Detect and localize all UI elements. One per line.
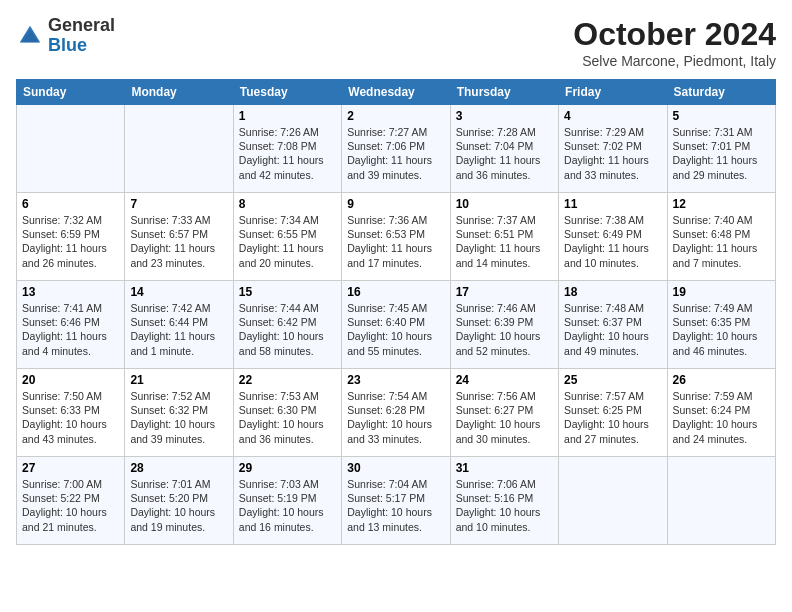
calendar-cell: 14Sunrise: 7:42 AMSunset: 6:44 PMDayligh…: [125, 281, 233, 369]
day-number: 14: [130, 285, 227, 299]
calendar-cell: [667, 457, 775, 545]
day-info: Sunrise: 7:59 AMSunset: 6:24 PMDaylight:…: [673, 389, 770, 446]
day-info: Sunrise: 7:33 AMSunset: 6:57 PMDaylight:…: [130, 213, 227, 270]
day-number: 8: [239, 197, 336, 211]
day-info: Sunrise: 7:57 AMSunset: 6:25 PMDaylight:…: [564, 389, 661, 446]
day-number: 2: [347, 109, 444, 123]
logo: General Blue: [16, 16, 115, 56]
day-info: Sunrise: 7:41 AMSunset: 6:46 PMDaylight:…: [22, 301, 119, 358]
calendar-cell: 8Sunrise: 7:34 AMSunset: 6:55 PMDaylight…: [233, 193, 341, 281]
day-number: 31: [456, 461, 553, 475]
calendar-cell: 13Sunrise: 7:41 AMSunset: 6:46 PMDayligh…: [17, 281, 125, 369]
title-block: October 2024 Selve Marcone, Piedmont, It…: [573, 16, 776, 69]
calendar-table: SundayMondayTuesdayWednesdayThursdayFrid…: [16, 79, 776, 545]
day-number: 4: [564, 109, 661, 123]
day-number: 7: [130, 197, 227, 211]
calendar-cell: 24Sunrise: 7:56 AMSunset: 6:27 PMDayligh…: [450, 369, 558, 457]
day-number: 22: [239, 373, 336, 387]
day-info: Sunrise: 7:03 AMSunset: 5:19 PMDaylight:…: [239, 477, 336, 534]
calendar-week-row: 20Sunrise: 7:50 AMSunset: 6:33 PMDayligh…: [17, 369, 776, 457]
day-number: 16: [347, 285, 444, 299]
day-number: 12: [673, 197, 770, 211]
weekday-header: Monday: [125, 80, 233, 105]
calendar-cell: 11Sunrise: 7:38 AMSunset: 6:49 PMDayligh…: [559, 193, 667, 281]
day-number: 30: [347, 461, 444, 475]
day-info: Sunrise: 7:54 AMSunset: 6:28 PMDaylight:…: [347, 389, 444, 446]
logo-icon: [16, 22, 44, 50]
day-info: Sunrise: 7:42 AMSunset: 6:44 PMDaylight:…: [130, 301, 227, 358]
day-number: 13: [22, 285, 119, 299]
calendar-cell: 6Sunrise: 7:32 AMSunset: 6:59 PMDaylight…: [17, 193, 125, 281]
day-number: 20: [22, 373, 119, 387]
weekday-header: Thursday: [450, 80, 558, 105]
calendar-cell: 12Sunrise: 7:40 AMSunset: 6:48 PMDayligh…: [667, 193, 775, 281]
day-number: 29: [239, 461, 336, 475]
calendar-cell: 27Sunrise: 7:00 AMSunset: 5:22 PMDayligh…: [17, 457, 125, 545]
calendar-cell: 22Sunrise: 7:53 AMSunset: 6:30 PMDayligh…: [233, 369, 341, 457]
day-info: Sunrise: 7:34 AMSunset: 6:55 PMDaylight:…: [239, 213, 336, 270]
day-number: 17: [456, 285, 553, 299]
day-number: 23: [347, 373, 444, 387]
day-info: Sunrise: 7:31 AMSunset: 7:01 PMDaylight:…: [673, 125, 770, 182]
day-number: 26: [673, 373, 770, 387]
weekday-header: Saturday: [667, 80, 775, 105]
day-number: 24: [456, 373, 553, 387]
day-info: Sunrise: 7:56 AMSunset: 6:27 PMDaylight:…: [456, 389, 553, 446]
day-number: 15: [239, 285, 336, 299]
day-number: 9: [347, 197, 444, 211]
day-number: 3: [456, 109, 553, 123]
day-info: Sunrise: 7:26 AMSunset: 7:08 PMDaylight:…: [239, 125, 336, 182]
day-info: Sunrise: 7:36 AMSunset: 6:53 PMDaylight:…: [347, 213, 444, 270]
weekday-header: Tuesday: [233, 80, 341, 105]
day-number: 21: [130, 373, 227, 387]
weekday-header: Friday: [559, 80, 667, 105]
calendar-cell: 26Sunrise: 7:59 AMSunset: 6:24 PMDayligh…: [667, 369, 775, 457]
day-info: Sunrise: 7:40 AMSunset: 6:48 PMDaylight:…: [673, 213, 770, 270]
day-info: Sunrise: 7:04 AMSunset: 5:17 PMDaylight:…: [347, 477, 444, 534]
day-info: Sunrise: 7:46 AMSunset: 6:39 PMDaylight:…: [456, 301, 553, 358]
weekday-row: SundayMondayTuesdayWednesdayThursdayFrid…: [17, 80, 776, 105]
day-number: 25: [564, 373, 661, 387]
day-info: Sunrise: 7:49 AMSunset: 6:35 PMDaylight:…: [673, 301, 770, 358]
calendar-cell: 16Sunrise: 7:45 AMSunset: 6:40 PMDayligh…: [342, 281, 450, 369]
calendar-cell: 5Sunrise: 7:31 AMSunset: 7:01 PMDaylight…: [667, 105, 775, 193]
day-info: Sunrise: 7:28 AMSunset: 7:04 PMDaylight:…: [456, 125, 553, 182]
month-title: October 2024: [573, 16, 776, 53]
day-info: Sunrise: 7:38 AMSunset: 6:49 PMDaylight:…: [564, 213, 661, 270]
day-info: Sunrise: 7:29 AMSunset: 7:02 PMDaylight:…: [564, 125, 661, 182]
calendar-week-row: 27Sunrise: 7:00 AMSunset: 5:22 PMDayligh…: [17, 457, 776, 545]
calendar-cell: 21Sunrise: 7:52 AMSunset: 6:32 PMDayligh…: [125, 369, 233, 457]
calendar-cell: 7Sunrise: 7:33 AMSunset: 6:57 PMDaylight…: [125, 193, 233, 281]
weekday-header: Wednesday: [342, 80, 450, 105]
day-info: Sunrise: 7:00 AMSunset: 5:22 PMDaylight:…: [22, 477, 119, 534]
day-info: Sunrise: 7:44 AMSunset: 6:42 PMDaylight:…: [239, 301, 336, 358]
day-info: Sunrise: 7:06 AMSunset: 5:16 PMDaylight:…: [456, 477, 553, 534]
calendar-cell: 4Sunrise: 7:29 AMSunset: 7:02 PMDaylight…: [559, 105, 667, 193]
calendar-cell: 20Sunrise: 7:50 AMSunset: 6:33 PMDayligh…: [17, 369, 125, 457]
calendar-cell: [125, 105, 233, 193]
calendar-cell: [559, 457, 667, 545]
day-number: 1: [239, 109, 336, 123]
calendar-cell: 10Sunrise: 7:37 AMSunset: 6:51 PMDayligh…: [450, 193, 558, 281]
calendar-cell: 15Sunrise: 7:44 AMSunset: 6:42 PMDayligh…: [233, 281, 341, 369]
calendar-week-row: 1Sunrise: 7:26 AMSunset: 7:08 PMDaylight…: [17, 105, 776, 193]
calendar-cell: 2Sunrise: 7:27 AMSunset: 7:06 PMDaylight…: [342, 105, 450, 193]
calendar-cell: 17Sunrise: 7:46 AMSunset: 6:39 PMDayligh…: [450, 281, 558, 369]
day-info: Sunrise: 7:45 AMSunset: 6:40 PMDaylight:…: [347, 301, 444, 358]
page-header: General Blue October 2024 Selve Marcone,…: [16, 16, 776, 69]
calendar-cell: 30Sunrise: 7:04 AMSunset: 5:17 PMDayligh…: [342, 457, 450, 545]
day-number: 6: [22, 197, 119, 211]
calendar-week-row: 13Sunrise: 7:41 AMSunset: 6:46 PMDayligh…: [17, 281, 776, 369]
day-info: Sunrise: 7:50 AMSunset: 6:33 PMDaylight:…: [22, 389, 119, 446]
day-info: Sunrise: 7:01 AMSunset: 5:20 PMDaylight:…: [130, 477, 227, 534]
location-subtitle: Selve Marcone, Piedmont, Italy: [573, 53, 776, 69]
day-info: Sunrise: 7:37 AMSunset: 6:51 PMDaylight:…: [456, 213, 553, 270]
calendar-cell: 29Sunrise: 7:03 AMSunset: 5:19 PMDayligh…: [233, 457, 341, 545]
calendar-cell: 25Sunrise: 7:57 AMSunset: 6:25 PMDayligh…: [559, 369, 667, 457]
logo-text: General Blue: [48, 16, 115, 56]
calendar-cell: 1Sunrise: 7:26 AMSunset: 7:08 PMDaylight…: [233, 105, 341, 193]
calendar-cell: 23Sunrise: 7:54 AMSunset: 6:28 PMDayligh…: [342, 369, 450, 457]
calendar-cell: [17, 105, 125, 193]
day-info: Sunrise: 7:27 AMSunset: 7:06 PMDaylight:…: [347, 125, 444, 182]
calendar-week-row: 6Sunrise: 7:32 AMSunset: 6:59 PMDaylight…: [17, 193, 776, 281]
